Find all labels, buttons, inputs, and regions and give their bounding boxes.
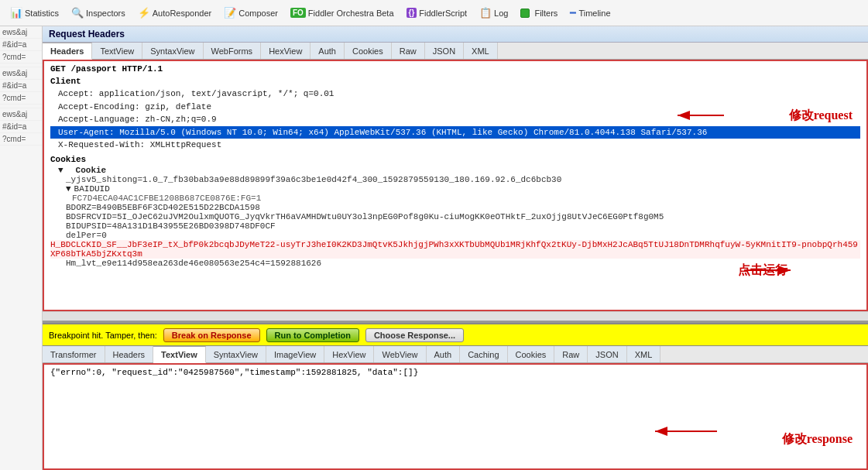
choose-response-button[interactable]: Choose Response... (365, 328, 464, 342)
toolbar-fiddler-orchestra[interactable]: FO Fiddler Orchestra Beta (285, 5, 400, 20)
baiduid-tree: ▼ BAIDUID (50, 184, 860, 194)
session-row-3[interactable]: ?cmd= (0, 51, 42, 63)
tab-headers[interactable]: Headers (43, 43, 92, 60)
toolbar-log[interactable]: 📋 Log (474, 5, 513, 21)
inspectors-icon: 🔍 (71, 7, 84, 19)
composer-label: Composer (238, 9, 278, 18)
response-body: {"errno":0, "request_id":"0425987560","t… (50, 368, 860, 377)
filters-icon (520, 9, 530, 18)
toolbar-composer[interactable]: 📝 Composer (218, 5, 283, 21)
fiddlerscript-icon: {} (407, 8, 417, 18)
request-section: Request Headers Headers TextView SyntaxV… (43, 26, 868, 323)
statistics-label: Statistics (25, 9, 59, 18)
resp-tab-raw[interactable]: Raw (554, 346, 588, 362)
toolbar-statistics[interactable]: 📊 Statistics (5, 5, 64, 21)
resp-tab-headers[interactable]: Headers (105, 346, 154, 362)
right-content: Request Headers Headers TextView SyntaxV… (43, 26, 868, 470)
session-row-9[interactable]: ews&aj (0, 108, 42, 121)
timeline-icon: ━ (570, 7, 576, 19)
cookie-tree-item: ▼ Cookie (50, 166, 860, 175)
cookie-yjsv5: _yjsv5_shitong=1.0_7_fb30bab3a9e88d89899… (50, 175, 860, 184)
toolbar-inspectors[interactable]: 🔍 Inspectors (66, 5, 131, 21)
session-row-1[interactable]: ews&aj (0, 26, 42, 39)
statistics-icon: 📊 (10, 7, 22, 19)
composer-icon: 📝 (224, 7, 236, 19)
resp-tab-syntaxview[interactable]: SyntaxView (206, 346, 266, 362)
session-row-6[interactable]: #&id=a (0, 80, 42, 92)
resp-tab-transformer[interactable]: Transformer (43, 346, 105, 362)
run-to-completion-button[interactable]: Run to Completion (266, 328, 359, 342)
accept-language-header: Accept-Language: zh-CN,zh;q=0.9 (50, 113, 860, 126)
cookie-name: Cookie (67, 166, 107, 175)
headers-content[interactable]: GET /passport HTTP/1.1 Client Accept: ap… (43, 60, 868, 311)
toolbar-timeline[interactable]: ━ Timeline (564, 5, 616, 21)
tab-raw[interactable]: Raw (392, 43, 425, 59)
x-requested-with-header: X-Requested-With: XMLHttpRequest (50, 139, 860, 152)
resp-tab-textview[interactable]: TextView (153, 346, 206, 363)
sessions-panel: ews&aj #&id=a ?cmd= ews&aj #&id=a ?cmd= … (0, 26, 43, 470)
user-agent-header: User-Agent: Mozilla/5.0 (Windows NT 10.0… (50, 126, 860, 139)
main-toolbar: 📊 Statistics 🔍 Inspectors ⚡ AutoResponde… (0, 0, 868, 26)
request-line: GET /passport HTTP/1.1 (50, 64, 860, 74)
hm-lvt: Hm_lvt_e9e114d958ea263de46e080563e254c4=… (50, 259, 860, 268)
response-section: Transformer Headers TextView SyntaxView … (43, 346, 868, 470)
fiddlerscript-label: FiddlerScript (419, 9, 467, 18)
inspectors-label: Inspectors (86, 9, 125, 18)
tab-syntaxview[interactable]: SyntaxView (142, 43, 203, 59)
request-tabs: Headers TextView SyntaxView WebForms Hex… (43, 43, 868, 60)
breakpoint-bar: Breakpoint hit. Tamper, then: Break on R… (43, 323, 868, 346)
timeline-label: Timeline (578, 9, 610, 18)
breakpoint-label: Breakpoint hit. Tamper, then: (49, 331, 157, 340)
autoresponder-label: AutoResponder (153, 9, 211, 18)
tab-xml[interactable]: XML (464, 43, 498, 59)
toolbar-autoresponder[interactable]: ⚡ AutoResponder (132, 5, 217, 21)
log-label: Log (494, 9, 508, 18)
resp-tab-webview[interactable]: WebView (374, 346, 426, 362)
response-content[interactable]: {"errno":0, "request_id":"0425987560","t… (43, 363, 868, 470)
baiduid-expander[interactable]: ▼ (66, 184, 71, 194)
tab-webforms[interactable]: WebForms (204, 43, 262, 59)
orchestra-icon: FO (290, 8, 306, 18)
resp-tab-auth[interactable]: Auth (427, 346, 461, 362)
bidupsid: BIDUPSID=48A131D1B43955E26BD0398D748DF0C… (50, 221, 860, 231)
session-row-2[interactable]: #&id=a (0, 39, 42, 51)
bdsfrcvid: BDSFRCVID=5I_OJeC62uJVM2OulxmQUOTG_JyqVk… (50, 212, 860, 221)
session-row-5[interactable]: ews&aj (0, 67, 42, 80)
accept-encoding-header: Accept-Encoding: gzip, deflate (50, 101, 860, 114)
filters-label: Filters (534, 9, 558, 18)
resp-tab-imageview[interactable]: ImageView (266, 346, 324, 362)
tab-json[interactable]: JSON (425, 43, 464, 59)
response-tabs: Transformer Headers TextView SyntaxView … (43, 346, 868, 363)
tab-textview[interactable]: TextView (92, 43, 142, 59)
resp-tab-cookies[interactable]: Cookies (508, 346, 555, 362)
tab-cookies[interactable]: Cookies (345, 43, 392, 59)
orchestra-label: Fiddler Orchestra Beta (308, 9, 394, 18)
client-section-title: Client (50, 77, 860, 86)
red-header-1: H_BDCLCKID_SF__JbF3eIP_tX_bfP0k2bcqbJDyM… (50, 240, 860, 259)
delper: delPer=0 (50, 231, 860, 240)
cookies-section-title: Cookies (50, 155, 860, 164)
resp-tab-hexview[interactable]: HexView (324, 346, 374, 362)
cookie-expander[interactable]: ▼ (58, 166, 63, 175)
resp-tab-json[interactable]: JSON (588, 346, 626, 362)
baiduid-label: BAIDUID (74, 184, 110, 194)
session-row-11[interactable]: ?cmd= (0, 133, 42, 146)
main-container: ews&aj #&id=a ?cmd= ews&aj #&id=a ?cmd= … (0, 26, 868, 470)
tab-auth[interactable]: Auth (310, 43, 345, 59)
break-on-response-button[interactable]: Break on Response (163, 328, 260, 342)
session-row-10[interactable]: #&id=a (0, 121, 42, 133)
baiduid-fg: FC7D4ECA04AC1CFBE1208B687CE0876E:FG=1 (50, 194, 860, 203)
request-headers-title: Request Headers (43, 26, 868, 43)
autoresponder-icon: ⚡ (138, 7, 150, 19)
toolbar-fiddlerscript[interactable]: {} FiddlerScript (401, 5, 473, 20)
session-row-7[interactable]: ?cmd= (0, 92, 42, 105)
toolbar-filters[interactable]: Filters (515, 6, 563, 20)
resp-tab-xml[interactable]: XML (627, 346, 661, 362)
bdorz: BDORZ=B490B5EBF6F3CD402E515D22BCDA1598 (50, 203, 860, 212)
resp-tab-caching[interactable]: Caching (460, 346, 507, 362)
h-scrollbar[interactable] (43, 311, 868, 321)
log-icon: 📋 (479, 7, 492, 19)
accept-header: Accept: application/json, text/javascrip… (50, 87, 860, 101)
tab-hexview[interactable]: HexView (261, 43, 310, 59)
